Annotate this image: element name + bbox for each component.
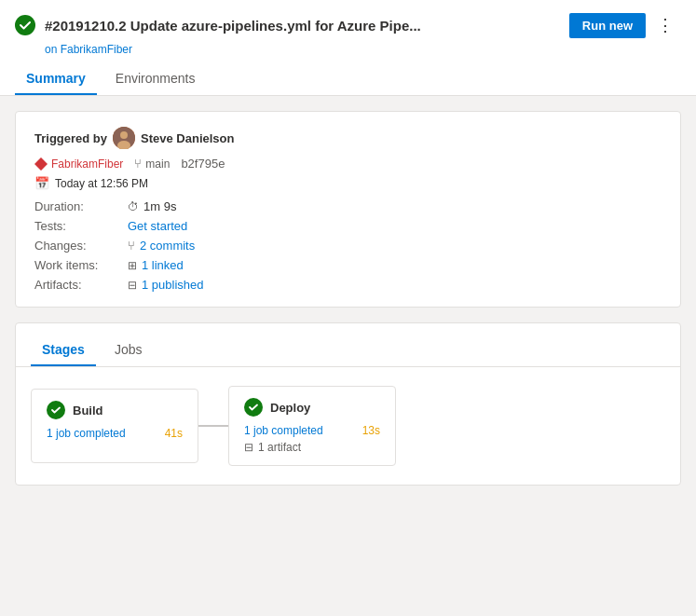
changes-label: Changes: (34, 239, 128, 253)
date-row: 📅 Today at 12:56 PM (34, 176, 662, 190)
stages-content: Build 1 job completed 41s Deploy (16, 367, 680, 485)
workitem-icon: ⊞ (128, 259, 137, 272)
artifact-stage-icon: ⊟ (244, 441, 253, 454)
stage-info-build: 1 job completed 41s (47, 427, 183, 440)
triggered-row: Triggered by Steve Danielson (34, 127, 662, 149)
pipeline-title: #20191210.2 Update azure-pipelines.yml f… (45, 18, 421, 34)
avatar (113, 127, 135, 149)
detail-table: Duration: ⏱ 1m 9s Tests: Get started Cha… (34, 199, 662, 292)
duration-label: Duration: (34, 199, 128, 213)
stage-success-icon-deploy (244, 398, 263, 417)
stage-success-icon-build (47, 401, 65, 419)
summary-card: Triggered by Steve Danielson FabrikamFib… (15, 111, 681, 308)
artifact-icon: ⊟ (128, 279, 137, 292)
commit-hash: b2f795e (181, 157, 225, 171)
tests-link[interactable]: Get started (128, 219, 187, 233)
tests-value: Get started (128, 219, 662, 233)
build-duration: 41s (165, 427, 183, 440)
artifacts-label: Artifacts: (34, 278, 128, 292)
repo-item: FabrikamFiber (34, 157, 123, 171)
header-top: #20191210.2 Update azure-pipelines.yml f… (15, 11, 681, 39)
work-items-value: ⊞ 1 linked (128, 258, 662, 272)
stage-header-deploy: Deploy (244, 398, 380, 417)
stages-card: Stages Jobs Build 1 j (15, 322, 681, 486)
calendar-icon: 📅 (34, 176, 49, 190)
tab-summary[interactable]: Summary (15, 63, 97, 95)
changes-value: ⑂ 2 commits (128, 239, 662, 253)
svg-point-1 (120, 131, 128, 139)
stages-tabs: Stages Jobs (31, 335, 665, 366)
stage-artifact-deploy: ⊟ 1 artifact (244, 441, 380, 454)
stage-info-deploy: 1 job completed 13s (244, 424, 380, 437)
deploy-duration: 13s (362, 424, 380, 437)
header-title-row: #20191210.2 Update azure-pipelines.yml f… (15, 15, 421, 35)
triggered-label: Triggered by (34, 131, 107, 145)
stage-header-build: Build (47, 401, 183, 419)
work-items-label: Work items: (34, 258, 128, 272)
stage-name-deploy: Deploy (270, 401, 310, 415)
svg-rect-3 (34, 157, 48, 171)
branch-name: main (145, 157, 170, 171)
repo-name[interactable]: FabrikamFiber (51, 157, 123, 171)
duration-value: ⏱ 1m 9s (128, 199, 662, 213)
main-content: Triggered by Steve Danielson FabrikamFib… (0, 96, 696, 500)
work-items-link[interactable]: 1 linked (142, 258, 184, 272)
changes-link[interactable]: 2 commits (140, 239, 195, 253)
branch-icon: ⑂ (134, 157, 142, 171)
artifacts-link[interactable]: 1 published (142, 278, 204, 292)
stage-connector (198, 425, 228, 427)
stage-name-build: Build (73, 404, 103, 418)
diamond-icon (34, 157, 48, 171)
user-name: Steve Danielson (141, 131, 234, 145)
pipeline-subtitle[interactable]: on FabrikamFiber (15, 43, 681, 56)
date-value: Today at 12:56 PM (55, 177, 148, 190)
clock-icon: ⏱ (128, 200, 139, 213)
pipeline-success-icon (15, 15, 35, 35)
repo-meta-row: FabrikamFiber ⑂ main b2f795e (34, 157, 662, 171)
deploy-artifact-count: 1 artifact (258, 441, 301, 454)
branch-item: ⑂ main (134, 157, 170, 171)
tab-jobs[interactable]: Jobs (103, 335, 154, 366)
tests-label: Tests: (34, 219, 128, 233)
artifacts-value: ⊟ 1 published (128, 278, 662, 292)
stage-card-deploy: Deploy 1 job completed 13s ⊟ 1 artifact (228, 386, 396, 466)
main-tabs: Summary Environments (15, 63, 681, 95)
tab-stages[interactable]: Stages (31, 335, 96, 366)
page-header: #20191210.2 Update azure-pipelines.yml f… (0, 0, 696, 96)
build-jobs-count[interactable]: 1 job completed (47, 427, 126, 440)
run-new-button[interactable]: Run new (569, 13, 646, 38)
deploy-jobs-count[interactable]: 1 job completed (244, 424, 323, 437)
commits-icon: ⑂ (128, 239, 135, 253)
more-options-button[interactable]: ⋮ (649, 11, 681, 39)
header-actions: Run new ⋮ (569, 11, 681, 39)
stages-header: Stages Jobs (16, 323, 680, 367)
stage-card-build: Build 1 job completed 41s (31, 389, 198, 463)
tab-environments[interactable]: Environments (104, 63, 207, 95)
